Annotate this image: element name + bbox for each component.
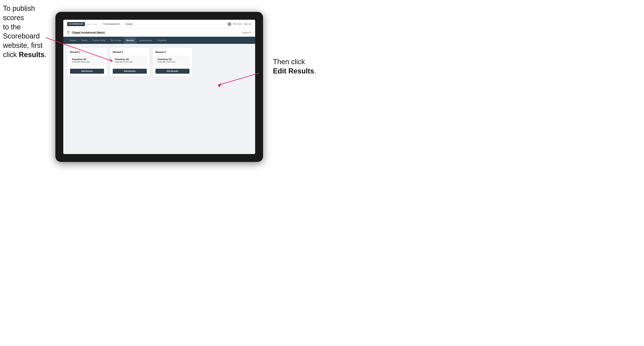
main-content: Round 1 Peachtree GC Gold (M) (7010 yds)… bbox=[63, 44, 255, 154]
round-3-course-name: Peachtree GC bbox=[158, 58, 187, 60]
round-1-course-card: Peachtree GC Gold (M) (7010 yds) bbox=[70, 56, 104, 65]
instruction-right: Then click Edit Results. bbox=[273, 57, 316, 76]
round-2-course-name: Peachtree GC bbox=[115, 58, 144, 60]
round-2-title: Round 2 bbox=[113, 51, 147, 53]
close-icon: ✕ bbox=[250, 31, 251, 34]
user-avatar bbox=[228, 22, 232, 26]
nav-links: TOURNAMENTS TEAMS bbox=[103, 23, 227, 25]
tablet-screen: SCOREBOARD Powered by clippd TOURNAMENTS… bbox=[63, 20, 255, 154]
round-1-course-name: Peachtree GC bbox=[72, 58, 102, 60]
tab-leaderboards[interactable]: Leaderboards bbox=[136, 37, 155, 44]
instruction-left: To publish scores to the Scoreboard webs… bbox=[3, 4, 48, 59]
edit-results-button-3[interactable]: Edit Results bbox=[156, 69, 190, 74]
tablet-device: SCOREBOARD Powered by clippd TOURNAMENTS… bbox=[56, 12, 263, 162]
round-3-course-card: Peachtree GC Gold (M) (7010 yds) bbox=[156, 56, 190, 65]
nav-tournaments[interactable]: TOURNAMENTS bbox=[103, 23, 120, 25]
logo-sub: Powered by clippd bbox=[86, 23, 97, 25]
tab-teams[interactable]: Teams bbox=[79, 37, 90, 44]
tab-results[interactable]: Results bbox=[124, 37, 136, 44]
sub-nav: Details Teams Course Setup Tee Groups Re… bbox=[63, 37, 255, 44]
logo: SCOREBOARD bbox=[67, 22, 85, 26]
top-nav: SCOREBOARD Powered by clippd TOURNAMENTS… bbox=[63, 20, 255, 28]
tab-course-setup[interactable]: Course Setup bbox=[90, 37, 108, 44]
round-2-course-card: Peachtree GC Gold (M) (7010 yds) bbox=[113, 56, 147, 65]
tab-tee-groups[interactable]: Tee Groups bbox=[108, 37, 124, 44]
edit-results-button-1[interactable]: Edit Results bbox=[70, 69, 104, 74]
rounds-grid: Round 1 Peachtree GC Gold (M) (7010 yds)… bbox=[67, 48, 251, 76]
round-card-1: Round 1 Peachtree GC Gold (M) (7010 yds)… bbox=[67, 48, 107, 76]
round-1-title: Round 1 bbox=[70, 51, 104, 53]
edit-results-button-2[interactable]: Edit Results bbox=[113, 69, 147, 74]
tab-printables[interactable]: Printables bbox=[155, 37, 169, 44]
tournament-icon: C bbox=[67, 30, 70, 34]
tournament-title-row: C Clippd Invitational (Main) bbox=[67, 30, 105, 34]
sign-out-link[interactable]: Sign out bbox=[244, 23, 251, 25]
logo-area: SCOREBOARD Powered by clippd bbox=[67, 22, 97, 26]
nav-teams[interactable]: TEAMS bbox=[125, 23, 133, 25]
cancel-button[interactable]: Cancel ✕ bbox=[242, 31, 251, 34]
tournament-name: Clippd Invitational (Main) bbox=[72, 31, 105, 34]
round-3-course-details: Gold (M) (7010 yds) bbox=[158, 61, 187, 63]
round-2-course-details: Gold (M) (7010 yds) bbox=[115, 61, 144, 63]
tournament-header: C Clippd Invitational (Main) Cancel ✕ bbox=[63, 28, 255, 37]
user-name: Test User | bbox=[233, 23, 242, 25]
tab-details[interactable]: Details bbox=[67, 37, 79, 44]
round-3-title: Round 3 bbox=[156, 51, 190, 53]
nav-right: Test User | Sign out bbox=[228, 22, 251, 26]
round-card-2: Round 2 Peachtree GC Gold (M) (7010 yds)… bbox=[110, 48, 150, 76]
round-1-course-details: Gold (M) (7010 yds) bbox=[72, 61, 102, 63]
round-card-3: Round 3 Peachtree GC Gold (M) (7010 yds)… bbox=[153, 48, 192, 76]
